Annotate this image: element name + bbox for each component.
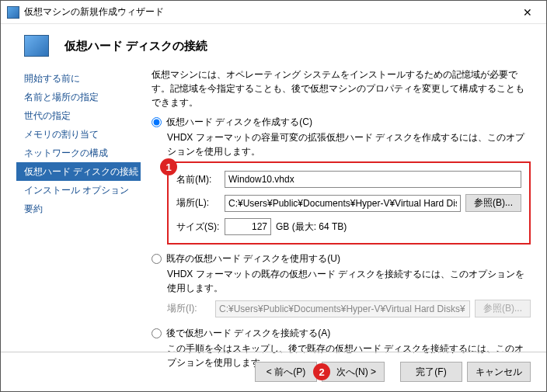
- highlight-box-1: 1 名前(M): 場所(L): 参照(B)... サイズ(S): GB (最大:…: [167, 161, 531, 245]
- existing-desc: VHDX フォーマットの既存の仮想ハード ディスクを接続するには、このオプション…: [167, 267, 531, 295]
- size-label: サイズ(S):: [176, 220, 220, 234]
- step-summary[interactable]: 要約: [16, 199, 141, 218]
- existing-location-row: 場所(I): 参照(B)...: [167, 300, 531, 317]
- radio-later-label: 後で仮想ハード ディスクを接続する(A): [166, 327, 330, 340]
- radio-existing-label: 既存の仮想ハード ディスクを使用する(U): [166, 252, 340, 265]
- titlebar: 仮想マシンの新規作成ウィザード ✕: [1, 1, 546, 24]
- wizard-footer: < 前へ(P) 2 次へ(N) > 完了(F) キャンセル: [1, 352, 546, 391]
- radio-create[interactable]: [152, 117, 162, 127]
- step-generation[interactable]: 世代の指定: [16, 106, 141, 125]
- finish-button[interactable]: 完了(F): [400, 362, 462, 382]
- callout-2: 2: [313, 363, 330, 380]
- step-install-options[interactable]: インストール オプション: [16, 181, 141, 199]
- close-icon[interactable]: ✕: [515, 5, 540, 20]
- option-create: 仮想ハード ディスクを作成する(C): [152, 116, 531, 129]
- step-vhd-connect[interactable]: 仮想ハード ディスクの接続: [16, 162, 141, 181]
- radio-existing[interactable]: [152, 254, 162, 264]
- intro-text: 仮想マシンには、オペレーティング システムをインストールするための記憶域が必要で…: [152, 68, 531, 109]
- step-before-begin[interactable]: 開始する前に: [16, 69, 141, 88]
- step-name-location[interactable]: 名前と場所の指定: [16, 88, 141, 106]
- window-title: 仮想マシンの新規作成ウィザード: [24, 5, 515, 19]
- wizard-main: 仮想マシンには、オペレーティング システムをインストールするための記憶域が必要で…: [152, 64, 531, 340]
- location-input[interactable]: [225, 195, 461, 212]
- name-input[interactable]: [225, 171, 521, 188]
- callout-1: 1: [160, 158, 177, 175]
- option-existing: 既存の仮想ハード ディスクを使用する(U): [152, 252, 531, 265]
- browse-button[interactable]: 参照(B)...: [465, 194, 521, 212]
- existing-location-input: [215, 300, 470, 317]
- size-suffix: GB (最大: 64 TB): [276, 220, 347, 234]
- size-input[interactable]: [225, 218, 271, 235]
- wizard-icon: [24, 35, 49, 57]
- option-later: 後で仮想ハード ディスクを接続する(A): [152, 327, 531, 340]
- radio-create-label: 仮想ハード ディスクを作成する(C): [166, 116, 312, 129]
- name-label: 名前(M):: [176, 173, 220, 186]
- step-network[interactable]: ネットワークの構成: [16, 144, 141, 162]
- existing-location-label: 場所(I):: [167, 302, 211, 315]
- location-label: 場所(L):: [176, 196, 220, 210]
- prev-button[interactable]: < 前へ(P): [255, 362, 317, 382]
- create-desc: VHDX フォーマットの容量可変の拡張仮想ハード ディスクを作成するには、このオ…: [167, 130, 531, 158]
- wizard-steps: 開始する前に 名前と場所の指定 世代の指定 メモリの割り当て ネットワークの構成…: [16, 64, 141, 340]
- page-title: 仮想ハード ディスクの接続: [64, 39, 207, 54]
- next-button[interactable]: 次へ(N) >: [322, 362, 385, 382]
- wizard-header: 仮想ハード ディスクの接続: [1, 24, 546, 64]
- radio-later[interactable]: [152, 328, 162, 338]
- app-icon: [7, 6, 19, 19]
- existing-browse-button: 参照(B)...: [475, 300, 531, 317]
- cancel-button[interactable]: キャンセル: [467, 362, 531, 382]
- step-memory[interactable]: メモリの割り当て: [16, 125, 141, 144]
